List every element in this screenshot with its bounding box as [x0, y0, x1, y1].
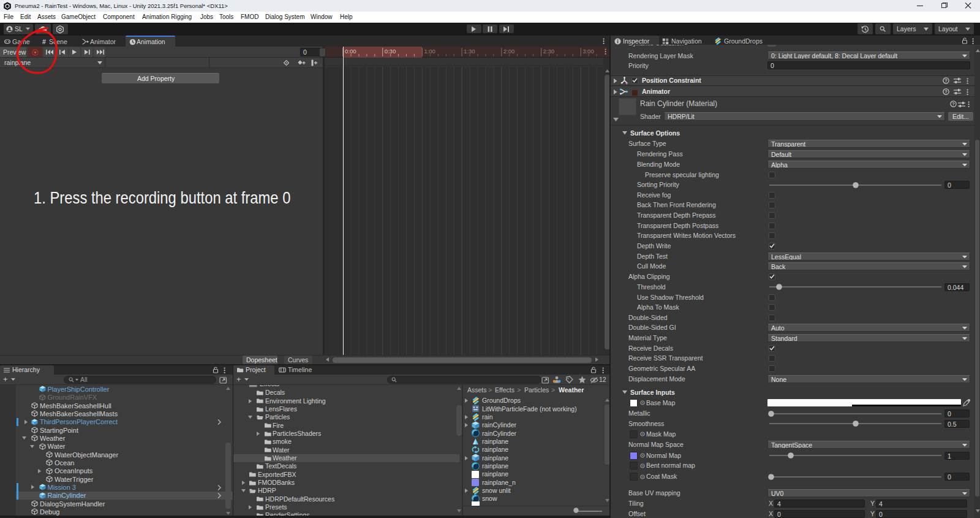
svg-text:2:00: 2:00 [503, 48, 515, 55]
svg-text:?: ? [944, 89, 948, 94]
svg-text:2:30: 2:30 [543, 48, 555, 55]
svg-text:1:30: 1:30 [464, 48, 475, 55]
svg-text:?: ? [944, 78, 948, 83]
svg-text:?: ? [952, 101, 955, 107]
svg-text:3:00: 3:00 [582, 48, 594, 55]
svg-text:1:00: 1:00 [424, 48, 435, 55]
svg-text:0:30: 0:30 [385, 48, 396, 55]
svg-text:0:00: 0:00 [345, 48, 356, 55]
